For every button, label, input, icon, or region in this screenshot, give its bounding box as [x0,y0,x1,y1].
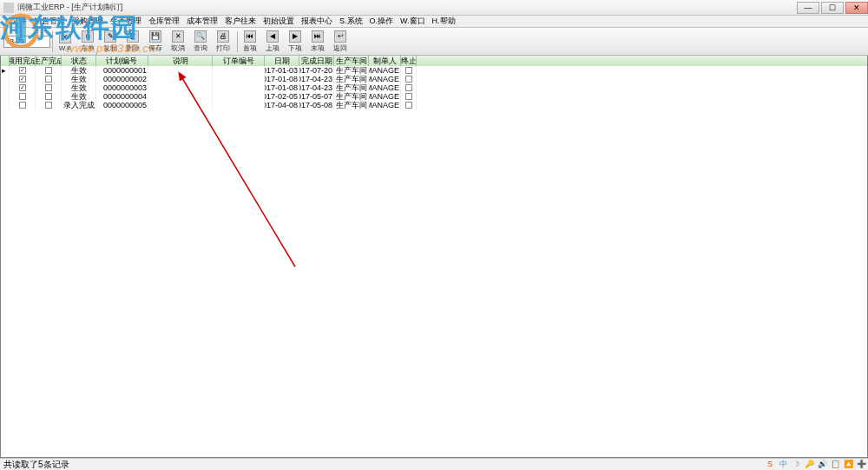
checkbox-icon: ✓ [19,76,26,83]
menu-S.系统[interactable]: S.系统 [336,16,366,27]
checkbox-icon [405,67,412,74]
tool-label: 复制 [103,43,117,53]
main-content: 领用完成生产完成状态计划编号说明订单编号日期完成日期生产车间制单人终止 ▸✓生效… [0,56,868,458]
tray-icon[interactable]: 中 [778,460,788,469]
tool-保存[interactable]: 💾保存 [145,30,166,54]
checkbox-icon: ✓ [19,67,26,74]
tool-label: W.A [59,44,72,52]
column-header[interactable]: 终止 [401,56,417,66]
menu-H.帮助[interactable]: H.帮助 [429,16,459,27]
status-cell: 生效 [62,83,96,92]
checkbox-cell[interactable] [36,66,62,75]
tray-icon[interactable]: 🔑 [804,460,814,469]
date-cell: 2017-01-03 [265,66,299,75]
column-header[interactable]: 订单编号 [213,56,265,66]
tool-东单[interactable]: ⎙东单 [77,30,98,54]
checkbox-cell[interactable]: ✓ [10,83,36,92]
checkbox-cell[interactable] [10,101,36,109]
desc-cell [148,92,213,101]
tool-末项[interactable]: ⏭末项 [307,30,328,54]
tool-取消[interactable]: ✕取消 [168,30,188,54]
东单-icon: ⎙ [82,30,94,43]
table-row[interactable]: ▸✓生效00000000012017-01-032017-07-20生产车间MA… [1,66,867,75]
menu-客户往来[interactable]: 客户往来 [221,16,260,27]
tool-复制[interactable]: ✎复制 [100,30,121,54]
menu-F.文件[interactable]: F.文件 [2,16,30,27]
tool-W.A[interactable]: XW.A [55,30,76,54]
table-row[interactable]: ✓生效00000000032017-01-082017-04-23生产车间MAN… [1,83,867,92]
row-pointer: ▸ [1,66,10,75]
grid-header: 领用完成生产完成状态计划编号说明订单编号日期完成日期生产车间制单人终止 [1,56,867,66]
checkbox-cell[interactable] [401,66,417,75]
tray-icon[interactable]: 🔼 [843,460,853,469]
tool-删除[interactable]: 🗑删除 [122,30,143,54]
checkbox-icon [45,76,52,83]
tool-返回[interactable]: ↩返回 [330,30,351,54]
tool-label: 返回 [333,43,347,53]
checkbox-cell[interactable] [10,92,36,101]
close-button[interactable]: ✕ [845,2,868,14]
tool-label: 末项 [311,43,325,53]
checkbox-cell[interactable] [36,92,62,101]
menu-W.窗口[interactable]: W.窗口 [397,16,429,27]
checkbox-cell[interactable] [401,75,417,83]
column-header[interactable]: 状态 [62,56,96,66]
maker-cell: MANAGE [369,83,401,92]
tray-icon[interactable]: 🔊 [817,460,827,469]
menu-销售管理[interactable]: 销售管理 [30,16,69,27]
menu-bar: F.文件销售管理采购管理生产管理仓库管理成本管理客户往来初始设置报表中心S.系统… [0,16,868,28]
checkbox-cell[interactable] [36,75,62,83]
checkbox-cell[interactable]: ✓ [10,66,36,75]
checkbox-cell[interactable] [401,92,417,101]
tray-icon[interactable]: ➕ [856,460,866,469]
tray-icon[interactable]: S [765,460,775,469]
status-text: 共读取了5条记录 [3,459,69,471]
tool-下项[interactable]: ▶下项 [285,30,306,54]
menu-成本管理[interactable]: 成本管理 [183,16,221,27]
下项-icon: ▶ [289,30,301,43]
minimize-button[interactable]: — [797,2,819,14]
tool-label: 下项 [288,43,302,53]
table-row[interactable]: 录入完成00000000052017-04-082017-05-08生产车间MA… [1,101,867,109]
column-header[interactable]: 生产车间 [334,56,369,66]
table-row[interactable]: 生效00000000042017-02-052017-05-07生产车间MANA… [1,92,867,101]
date-field[interactable]: 18-09 [3,36,50,48]
menu-仓库管理[interactable]: 仓库管理 [145,16,183,27]
tool-首项[interactable]: ⏮首项 [240,30,260,54]
checkbox-cell[interactable] [36,101,62,109]
column-header[interactable]: 计划编号 [96,56,148,66]
system-tray: S中☽🔑🔊📋🔼➕ [765,458,866,470]
order-cell [213,83,265,92]
tool-打印[interactable]: 🖨打印 [213,30,233,54]
menu-采购管理[interactable]: 采购管理 [69,16,107,27]
column-header[interactable]: 完成日期 [299,56,334,66]
column-header[interactable]: 制单人 [369,56,401,66]
menu-初始设置[interactable]: 初始设置 [260,16,298,27]
tool-label: 删除 [126,43,140,53]
plan-cell: 0000000004 [96,92,148,101]
workshop-cell: 生产车间 [334,66,369,75]
checkbox-cell[interactable] [401,83,417,92]
column-header[interactable]: 生产完成 [36,56,62,66]
checkbox-cell[interactable] [36,83,62,92]
column-header[interactable]: 领用完成 [10,56,36,66]
tool-label: 取消 [171,43,185,53]
tool-查询[interactable]: 🔍查询 [190,30,211,54]
tool-上项[interactable]: ◀上项 [262,30,283,54]
table-row[interactable]: ✓生效00000000022017-01-082017-04-23生产车间MAN… [1,75,867,83]
tray-icon[interactable]: ☽ [791,460,801,469]
tool-label: 上项 [266,43,279,53]
checkbox-cell[interactable]: ✓ [10,75,36,83]
maximize-button[interactable]: ☐ [821,2,844,14]
column-header[interactable]: 说明 [148,56,213,66]
data-grid[interactable]: 领用完成生产完成状态计划编号说明订单编号日期完成日期生产车间制单人终止 ▸✓生效… [1,56,867,109]
plan-cell: 0000000005 [96,101,148,109]
menu-报表中心[interactable]: 报表中心 [298,16,336,27]
checkbox-cell[interactable] [401,101,417,109]
finish-date-cell: 2017-05-08 [299,101,334,109]
menu-生产管理[interactable]: 生产管理 [107,16,145,27]
column-header[interactable] [1,56,10,66]
menu-O.操作[interactable]: O.操作 [366,16,398,27]
tray-icon[interactable]: 📋 [830,460,840,469]
column-header[interactable]: 日期 [265,56,299,66]
